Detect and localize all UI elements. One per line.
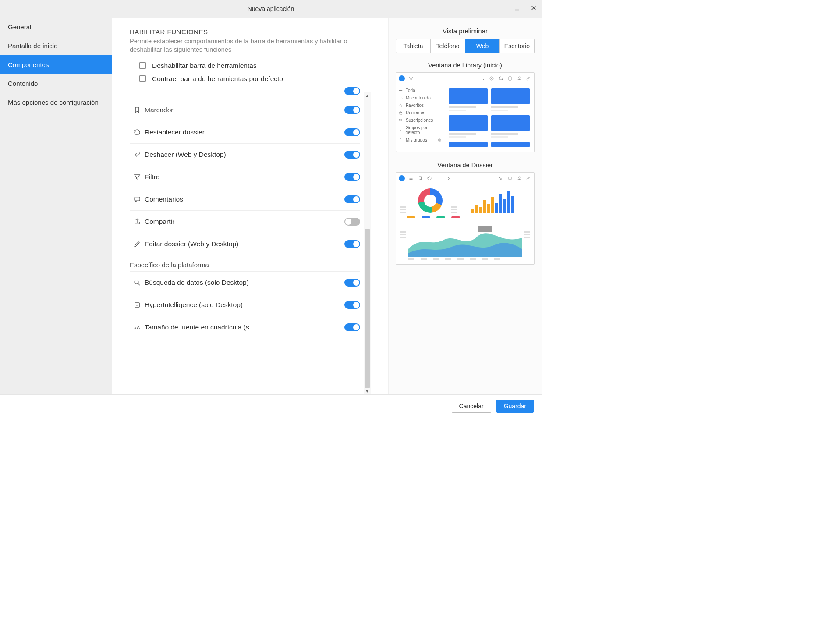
bookmark-icon	[130, 106, 145, 114]
toggle-share: Compartir	[130, 210, 360, 233]
brand-icon	[399, 175, 405, 181]
donut-chart-icon	[418, 188, 443, 213]
truncated-toggle[interactable]	[344, 87, 360, 95]
scroll-track[interactable]	[364, 99, 371, 388]
fontsize-icon: AA	[130, 323, 145, 331]
toggle-switch[interactable]	[344, 240, 360, 248]
sidebar-item-startscreen[interactable]: Pantalla de inicio	[0, 36, 112, 55]
svg-point-4	[135, 280, 138, 284]
svg-point-17	[518, 77, 520, 78]
scroll-up-arrow[interactable]: ▲	[364, 92, 371, 99]
toggle-switch[interactable]	[344, 195, 360, 203]
section-description: Permite establecer comportamientos de la…	[130, 37, 371, 54]
add-icon	[488, 75, 495, 81]
tab-phone[interactable]: Teléfono	[431, 39, 465, 53]
dialog-window: Nueva aplicación General Pantalla de ini…	[0, 0, 542, 417]
toggle-switch[interactable]	[344, 279, 360, 287]
side-row: ✉Suscripciones	[398, 117, 442, 124]
toggle-switch[interactable]	[344, 128, 360, 136]
library-grid	[444, 84, 534, 152]
card-icon	[130, 301, 145, 309]
edit-icon	[525, 75, 531, 81]
toggle-bookmark: Marcador	[130, 99, 360, 121]
save-button[interactable]: Guardar	[496, 400, 534, 413]
scrollbar[interactable]: ▲ ▼	[364, 92, 371, 394]
search-icon	[130, 279, 145, 287]
svg-line-5	[138, 283, 140, 285]
mail-icon: ✉	[399, 118, 404, 123]
toggle-hyperintelligence: HyperIntelligence (solo Desktop)	[130, 294, 360, 316]
toggle-label: HyperIntelligence (solo Desktop)	[145, 301, 344, 309]
side-row: ☺Mi contenido	[398, 94, 442, 102]
svg-text:A: A	[134, 326, 136, 329]
toggle-font-size: AA Tamaño de fuente en cuadrícula (s...	[130, 316, 360, 338]
tile	[449, 88, 488, 111]
list-icon: ☰	[399, 88, 404, 93]
filter-icon	[407, 75, 414, 81]
svg-point-22	[518, 177, 520, 178]
dossier-body	[396, 184, 534, 264]
comment-icon	[130, 195, 145, 203]
checkbox-collapse-toolbar[interactable]: Contraer barra de herramientas por defec…	[130, 72, 371, 85]
cancel-button[interactable]: Cancelar	[452, 400, 491, 413]
library-toolbar	[396, 73, 534, 84]
scroll-thumb[interactable]	[365, 229, 370, 388]
close-button[interactable]	[529, 4, 538, 12]
sidebar: General Pantalla de inicio Componentes C…	[0, 18, 112, 394]
toggle-switch[interactable]	[344, 218, 360, 226]
library-side-nav: ☰Todo ☺Mi contenido ☆Favoritos ◔Reciente…	[396, 84, 444, 152]
side-row: ☆Favoritos	[398, 102, 442, 109]
toggle-label: Compartir	[145, 218, 344, 226]
sidebar-item-content[interactable]: Contenido	[0, 74, 112, 93]
user-icon: ☺	[399, 96, 404, 100]
tab-desktop[interactable]: Escritorio	[500, 39, 534, 53]
user-icon	[516, 175, 522, 181]
history-icon	[130, 128, 145, 136]
toggle-label: Editar dossier (Web y Desktop)	[145, 240, 344, 248]
toggle-switch[interactable]	[344, 173, 360, 181]
dialog-body: General Pantalla de inicio Componentes C…	[0, 18, 542, 394]
svg-rect-16	[509, 77, 511, 80]
toggle-label: Marcador	[145, 106, 344, 114]
toggle-edit-dossier: Editar dossier (Web y Desktop)	[130, 233, 360, 255]
dossier-toolbar	[396, 173, 534, 184]
svg-point-11	[481, 77, 483, 79]
checkbox-disable-toolbar[interactable]: Deshabilitar barra de herramientas	[130, 59, 371, 72]
toggle-switch[interactable]	[344, 301, 360, 309]
toggle-filter: Filtro	[130, 166, 360, 188]
minimize-button[interactable]	[513, 4, 521, 12]
bookmark-icon	[417, 175, 423, 181]
toggle-data-search: Búsqueda de datos (solo Desktop)	[130, 271, 360, 294]
axis-placeholder	[408, 258, 522, 260]
edit-icon	[130, 240, 145, 248]
preview-title: Vista preliminar	[396, 27, 535, 35]
toggle-label: Restablecer dossier	[145, 128, 344, 136]
library-preview-title: Ventana de Library (inicio)	[396, 62, 535, 69]
sidebar-item-components[interactable]: Componentes	[0, 55, 112, 74]
group-icon: ⋮	[399, 138, 404, 142]
toggle-reset-dossier: Restablecer dossier	[130, 121, 360, 143]
main-panel: HABILITAR FUNCIONES Permite establecer c…	[112, 18, 388, 394]
device-icon	[507, 75, 513, 81]
svg-rect-6	[135, 302, 140, 307]
library-preview-card: ☰Todo ☺Mi contenido ☆Favoritos ◔Reciente…	[396, 72, 535, 152]
tile	[491, 142, 530, 147]
toggle-switch[interactable]	[344, 151, 360, 159]
toggle-label: Comentarios	[145, 195, 344, 203]
sidebar-item-general[interactable]: General	[0, 18, 112, 36]
side-row: ◔Recientes	[398, 109, 442, 117]
preview-device-tabs: Tableta Teléfono Web Escritorio	[396, 39, 535, 53]
scroll-down-arrow[interactable]: ▼	[364, 388, 371, 394]
brand-icon	[399, 75, 405, 81]
svg-text:A: A	[137, 324, 140, 329]
comment-icon	[507, 175, 513, 181]
toggle-switch[interactable]	[344, 106, 360, 114]
toggle-undo: Deshacer (Web y Desktop)	[130, 143, 360, 166]
undo-icon	[435, 175, 442, 181]
tab-tablet[interactable]: Tableta	[396, 39, 431, 53]
tab-web[interactable]: Web	[465, 39, 500, 53]
toggle-switch[interactable]	[344, 323, 360, 331]
tile	[491, 88, 530, 111]
platform-section-title: Específico de la plataforma	[130, 255, 360, 271]
sidebar-item-more[interactable]: Más opciones de configuración	[0, 93, 112, 112]
